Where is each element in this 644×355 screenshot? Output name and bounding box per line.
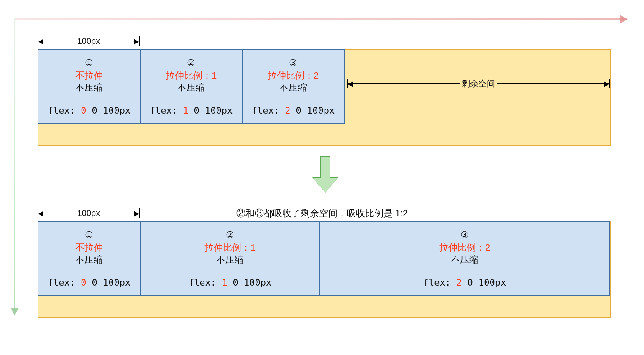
item-grow-text: 不拉伸 (38, 241, 140, 254)
vertical-axis-arrow (14, 18, 15, 315)
item-shrink-text: 不压缩 (243, 81, 344, 94)
width-ruler-top: 100px (38, 36, 140, 46)
item-flex-value: flex: 1 0 100px (141, 104, 242, 117)
item-number: ① (38, 229, 140, 241)
item-number: ① (38, 57, 140, 69)
horizontal-axis-arrow (15, 18, 627, 20)
remaining-space-ruler: 剩余空间 (347, 79, 610, 89)
item-grow-text: 拉伸比例：1 (141, 69, 242, 82)
item-number: ② (141, 57, 242, 69)
flex-item-3: ③ 拉伸比例：2 不压缩 flex: 2 0 100px (242, 49, 345, 124)
item-grow-text: 不拉伸 (38, 69, 140, 82)
remaining-space-label: 剩余空间 (460, 78, 497, 89)
item-flex-value: flex: 2 0 100px (320, 276, 609, 289)
item-shrink-text: 不压缩 (38, 81, 140, 94)
result-caption: ②和③都吸收了剩余空间，吸收比例是 1:2 (0, 207, 644, 220)
item-grow-text: 拉伸比例：2 (243, 69, 344, 82)
item-shrink-text: 不压缩 (38, 254, 140, 266)
item-flex-value: flex: 0 0 100px (38, 104, 140, 117)
ruler-label: 100px (76, 36, 102, 46)
diagram-canvas: 100px ① 不拉伸 不压缩 flex: 0 0 100px ② 拉伸比例：1… (0, 0, 644, 355)
item-shrink-text: 不压缩 (320, 254, 609, 266)
down-arrow-icon (318, 156, 333, 193)
item-flex-value: flex: 2 0 100px (243, 104, 344, 117)
flex-item-1: ① 不拉伸 不压缩 flex: 0 0 100px (38, 49, 141, 124)
item-grow-text: 拉伸比例：2 (320, 241, 609, 254)
flex-item-2: ② 拉伸比例：1 不压缩 flex: 1 0 100px (140, 221, 320, 296)
item-number: ② (141, 229, 319, 241)
flex-container-before: ① 不拉伸 不压缩 flex: 0 0 100px ② 拉伸比例：1 不压缩 f… (38, 49, 611, 146)
item-number: ③ (320, 229, 609, 241)
item-flex-value: flex: 0 0 100px (38, 276, 140, 289)
item-flex-value: flex: 1 0 100px (141, 276, 319, 289)
flex-container-after: ① 不拉伸 不压缩 flex: 0 0 100px ② 拉伸比例：1 不压缩 f… (38, 221, 611, 318)
item-number: ③ (243, 57, 344, 69)
flex-item-3: ③ 拉伸比例：2 不压缩 flex: 2 0 100px (319, 221, 610, 296)
item-grow-text: 拉伸比例：1 (141, 241, 319, 254)
item-shrink-text: 不压缩 (141, 254, 319, 266)
flex-item-2: ② 拉伸比例：1 不压缩 flex: 1 0 100px (140, 49, 243, 124)
flex-item-1: ① 不拉伸 不压缩 flex: 0 0 100px (38, 221, 141, 296)
item-shrink-text: 不压缩 (141, 81, 242, 94)
